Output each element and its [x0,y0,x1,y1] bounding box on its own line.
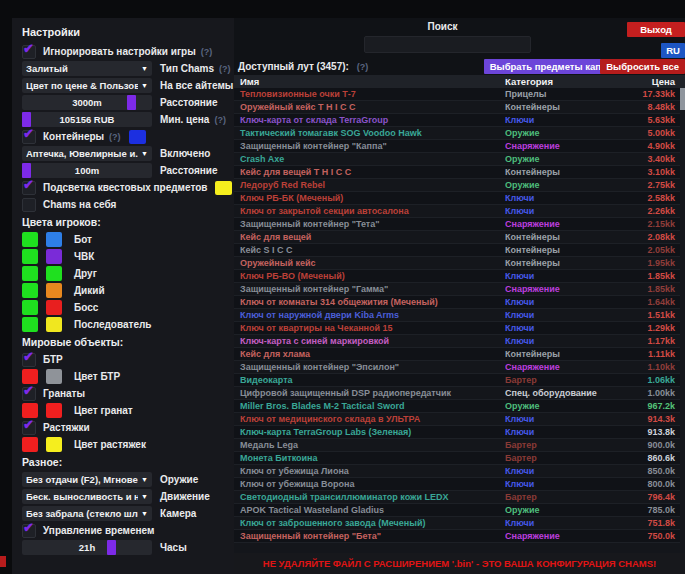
table-row[interactable]: Ключ от убежища ВоронаКлючи800.0k [234,478,685,491]
checkbox[interactable]: ✔ [22,524,36,538]
color-swatch-secondary[interactable] [46,283,62,298]
table-row[interactable]: Кейс S I C CКонтейнеры2.05kk [234,244,685,257]
table-row[interactable]: Защищенный контейнер "Гамма"Снаряжение1.… [234,283,685,296]
dropdown[interactable]: Без забрала (стекло шлема)▼ [22,506,152,521]
table-row[interactable]: Светодиодный трансиллюминатор кожи LEDXБ… [234,491,685,504]
slider[interactable]: 105156 RUB [22,112,152,127]
table-row[interactable]: Ключ-карта с синей маркировкойКлючи1.17k… [234,335,685,348]
slider[interactable]: 3000m [22,95,152,110]
dropdown[interactable]: Цвет по цене & Пользователь▼ [22,78,152,93]
table-row[interactable]: APOK Tactical Wasteland GladiusОружие785… [234,504,685,517]
color-swatch-primary[interactable] [22,266,38,281]
search-input[interactable] [364,36,531,53]
table-row[interactable]: Ключ от наружной двери Kiba ArmsКлючи1.5… [234,309,685,322]
table-row[interactable]: Ключ от убежища ЛионаКлючи850.0k [234,465,685,478]
item-name: Miller Bros. Blades M-2 Tactical Sword [234,401,505,411]
color-swatch[interactable] [129,130,146,144]
color-swatch-secondary[interactable] [46,249,62,264]
color-swatch-secondary[interactable] [46,317,62,332]
help-icon[interactable]: (?) [214,115,226,125]
table-row[interactable]: Miller Bros. Blades M-2 Tactical SwordОр… [234,400,685,413]
checkbox[interactable]: ✔ [22,421,36,435]
table-row[interactable]: Ключ от медицинского склада в УЛЬТРАКлюч… [234,413,685,426]
table-row[interactable]: Тепловизионные очки Т-7Прицелы17.33kk [234,88,685,101]
table-row[interactable]: Ключ РБ-ВО (Меченый)Ключи1.85kk [234,270,685,283]
slider[interactable]: 21h [22,540,152,555]
settings-dropdown-row: Без отдачи (F2), Мгновенное п▼Оружие [22,472,234,487]
color-swatch-secondary[interactable] [46,369,62,384]
table-row[interactable]: Защищенный контейнер "Эпсилон"Снаряжение… [234,361,685,374]
color-swatch-primary[interactable] [22,232,38,247]
table-row[interactable]: Защищенный контейнер "Каппа"Снаряжение4.… [234,140,685,153]
table-row[interactable]: Ключ РБ-БК (Меченый)Ключи2.58kk [234,192,685,205]
table-row[interactable]: Ключ-карта от склада TerraGroupКлючи5.63… [234,114,685,127]
color-swatch-secondary[interactable] [46,232,62,247]
table-row[interactable]: Оружейный кейс T H I C CКонтейнеры8.48kk [234,101,685,114]
color-swatch-secondary[interactable] [46,300,62,315]
slider-handle[interactable] [22,163,31,178]
item-name: Тактический томагавк SOG Voodoo Hawk [234,128,505,138]
checkbox[interactable]: ✔ [22,130,36,144]
dropdown[interactable]: Залитый▼ [22,61,152,76]
table-row[interactable]: Медаль LegaБартер900.0k [234,439,685,452]
dropdown[interactable]: Аптечка, Ювелирные и...▼ [22,146,152,161]
column-header-name[interactable]: Имя [234,76,505,87]
scrollbar[interactable] [680,88,685,553]
color-swatch-primary[interactable] [22,317,38,332]
table-row[interactable]: Кейс для вещей T H I C CКонтейнеры3.10kk [234,166,685,179]
exit-button[interactable]: Выход [627,22,685,37]
checkbox[interactable] [22,198,36,212]
checkbox[interactable]: ✔ [22,181,36,195]
scrollbar-thumb[interactable] [680,88,685,110]
select-kappa-items-button[interactable]: Выбрать предметы каппа [484,59,618,74]
color-swatch-secondary[interactable] [46,403,62,418]
color-swatch-primary[interactable] [22,369,38,384]
color-swatch-primary[interactable] [22,249,38,264]
slider-handle[interactable] [107,540,116,555]
color-swatch[interactable] [215,181,232,195]
color-swatch-primary[interactable] [22,283,38,298]
checkbox[interactable]: ✔ [22,353,36,367]
color-swatch-primary[interactable] [22,437,38,452]
table-row[interactable]: Ключ от заброшенного завода (Меченый)Клю… [234,517,685,530]
dropdown[interactable]: Без отдачи (F2), Мгновенное п▼ [22,472,152,487]
discard-all-button[interactable]: Выбросить все [600,59,685,74]
dropdown[interactable]: Беск. выносливость и нет уста▼ [22,489,152,504]
slider-handle[interactable] [22,112,31,127]
color-swatch-primary[interactable] [22,403,38,418]
table-row[interactable]: Монета БиткоинаБартер860.6k [234,452,685,465]
table-row[interactable]: Ключ-карта TerraGroup Labs (Зеленая)Ключ… [234,426,685,439]
table-row[interactable]: Защищенный контейнер "Бета"Снаряжение750… [234,530,685,543]
item-category: Ключи [505,427,623,437]
section-label: Цвета игроков: [22,215,234,230]
help-icon[interactable]: (?) [357,62,369,72]
help-icon[interactable]: (?) [109,132,121,142]
table-row[interactable]: Ключ от квартиры на Чеканной 15Ключи1.29… [234,322,685,335]
table-row[interactable]: Цифровой защищенный DSP радиопередатчикС… [234,387,685,400]
language-button[interactable]: RU [661,43,685,58]
column-header-category[interactable]: Категория [505,76,623,87]
slider-handle[interactable] [127,95,136,110]
help-icon[interactable]: (?) [219,64,231,74]
table-row[interactable]: Оружейный кейсКонтейнеры1.95kk [234,257,685,270]
table-row[interactable]: Защищенный контейнер "Тета"Снаряжение2.1… [234,218,685,231]
color-swatch-secondary[interactable] [46,437,62,452]
table-row[interactable]: Ледоруб Red RebelОружие2.75kk [234,179,685,192]
table-row[interactable]: Ключ от комнаты 314 общежития (Меченый)К… [234,296,685,309]
checkbox[interactable]: ✔ [22,45,36,59]
table-row[interactable]: ВидеокартаБартер1.06kk [234,374,685,387]
table-row[interactable]: Ключ от закрытой секции автосалонаКлючи2… [234,205,685,218]
item-price: 800.0k [623,479,685,489]
column-header-price[interactable]: Цена [623,76,685,87]
checkbox[interactable]: ✔ [22,387,36,401]
table-row[interactable]: Тактический томагавк SOG Voodoo HawkОруж… [234,127,685,140]
color-swatch-secondary[interactable] [46,266,62,281]
slider[interactable]: 100m [22,163,152,178]
table-row[interactable]: Crash AxeОружие3.40kk [234,153,685,166]
help-icon[interactable]: (?) [201,47,213,57]
table-row[interactable]: Кейс для хламаКонтейнеры1.11kk [234,348,685,361]
table-row[interactable]: Кейс для вещейКонтейнеры2.08kk [234,231,685,244]
item-name: Защищенный контейнер "Эпсилон" [234,362,505,372]
color-swatch-primary[interactable] [22,300,38,315]
table-row[interactable] [234,543,685,553]
